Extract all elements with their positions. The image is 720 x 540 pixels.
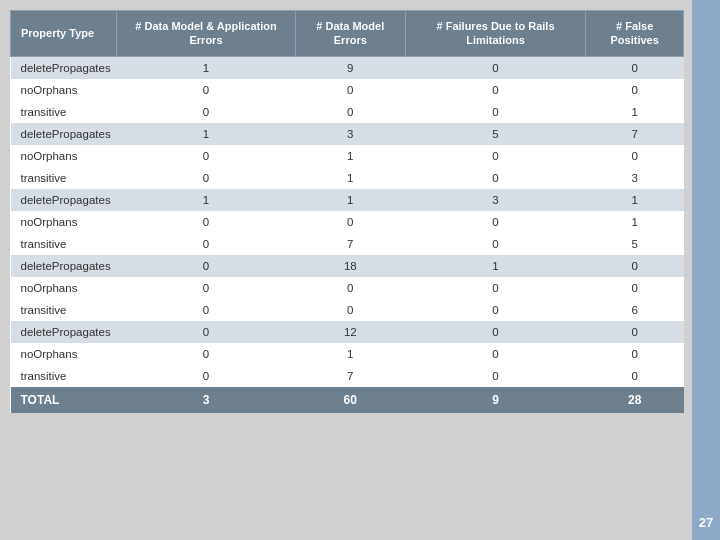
cell-row3-col3: 5 — [405, 123, 586, 145]
cell-row3-col2: 3 — [295, 123, 405, 145]
cell-row5-col1: 0 — [117, 167, 296, 189]
cell-row10-col0: noOrphans — [11, 277, 117, 299]
cell-row9-col0: deletePropagates — [11, 255, 117, 277]
cell-row10-col1: 0 — [117, 277, 296, 299]
col-header-data-model-errors: # Data Model Errors — [295, 11, 405, 57]
cell-row9-col4: 0 — [586, 255, 684, 277]
cell-row8-col4: 5 — [586, 233, 684, 255]
cell-row5-col3: 0 — [405, 167, 586, 189]
sidebar-number: 27 — [699, 515, 713, 530]
table-row: transitive0103 — [11, 167, 684, 189]
cell-row7-col1: 0 — [117, 211, 296, 233]
cell-row4-col0: noOrphans — [11, 145, 117, 167]
cell-row11-col3: 0 — [405, 299, 586, 321]
cell-row1-col4: 0 — [586, 79, 684, 101]
cell-row0-col4: 0 — [586, 56, 684, 79]
cell-row10-col3: 0 — [405, 277, 586, 299]
table-row: deletePropagates01200 — [11, 321, 684, 343]
cell-row14-col0: transitive — [11, 365, 117, 387]
cell-row12-col0: deletePropagates — [11, 321, 117, 343]
table-row: noOrphans0000 — [11, 277, 684, 299]
table-row: deletePropagates1900 — [11, 56, 684, 79]
table-row: deletePropagates1131 — [11, 189, 684, 211]
cell-row2-col3: 0 — [405, 101, 586, 123]
cell-row13-col1: 0 — [117, 343, 296, 365]
cell-row2-col0: transitive — [11, 101, 117, 123]
cell-row10-col4: 0 — [586, 277, 684, 299]
col-header-property-type: Property Type — [11, 11, 117, 57]
col-header-false-positives: # False Positives — [586, 11, 684, 57]
cell-row14-col3: 0 — [405, 365, 586, 387]
cell-row8-col2: 7 — [295, 233, 405, 255]
cell-row0-col0: deletePropagates — [11, 56, 117, 79]
cell-row7-col4: 1 — [586, 211, 684, 233]
cell-row3-col0: deletePropagates — [11, 123, 117, 145]
table-row: transitive0001 — [11, 101, 684, 123]
cell-row6-col1: 1 — [117, 189, 296, 211]
cell-row2-col2: 0 — [295, 101, 405, 123]
cell-row4-col2: 1 — [295, 145, 405, 167]
page-wrapper: Property Type # Data Model & Application… — [0, 0, 720, 540]
cell-row3-col4: 7 — [586, 123, 684, 145]
cell-row6-col0: deletePropagates — [11, 189, 117, 211]
cell-row13-col3: 0 — [405, 343, 586, 365]
footer-label: TOTAL — [11, 387, 117, 413]
col-header-failures-due: # Failures Due to Rails Limitations — [405, 11, 586, 57]
cell-row8-col0: transitive — [11, 233, 117, 255]
cell-row6-col3: 3 — [405, 189, 586, 211]
table-row: noOrphans0100 — [11, 145, 684, 167]
cell-row13-col4: 0 — [586, 343, 684, 365]
cell-row9-col2: 18 — [295, 255, 405, 277]
cell-row9-col1: 0 — [117, 255, 296, 277]
footer-col4: 9 — [405, 387, 586, 413]
cell-row1-col2: 0 — [295, 79, 405, 101]
cell-row13-col2: 1 — [295, 343, 405, 365]
cell-row8-col3: 0 — [405, 233, 586, 255]
table-container: Property Type # Data Model & Application… — [0, 0, 692, 540]
table-row: noOrphans0000 — [11, 79, 684, 101]
cell-row1-col0: noOrphans — [11, 79, 117, 101]
cell-row1-col1: 0 — [117, 79, 296, 101]
table-row: deletePropagates1357 — [11, 123, 684, 145]
cell-row1-col3: 0 — [405, 79, 586, 101]
cell-row12-col3: 0 — [405, 321, 586, 343]
cell-row2-col4: 1 — [586, 101, 684, 123]
cell-row12-col2: 12 — [295, 321, 405, 343]
table-row: deletePropagates01810 — [11, 255, 684, 277]
col-header-data-model-app-errors: # Data Model & Application Errors — [117, 11, 296, 57]
cell-row0-col3: 0 — [405, 56, 586, 79]
table-footer-row: TOTAL 3 60 9 28 — [11, 387, 684, 413]
cell-row11-col1: 0 — [117, 299, 296, 321]
cell-row7-col3: 0 — [405, 211, 586, 233]
cell-row0-col2: 9 — [295, 56, 405, 79]
cell-row4-col4: 0 — [586, 145, 684, 167]
table-row: transitive0705 — [11, 233, 684, 255]
table-row: transitive0700 — [11, 365, 684, 387]
cell-row9-col3: 1 — [405, 255, 586, 277]
footer-col2: 3 — [117, 387, 296, 413]
cell-row13-col0: noOrphans — [11, 343, 117, 365]
cell-row5-col2: 1 — [295, 167, 405, 189]
cell-row10-col2: 0 — [295, 277, 405, 299]
cell-row6-col4: 1 — [586, 189, 684, 211]
cell-row5-col0: transitive — [11, 167, 117, 189]
cell-row0-col1: 1 — [117, 56, 296, 79]
table-row: transitive0006 — [11, 299, 684, 321]
footer-col3: 60 — [295, 387, 405, 413]
data-table: Property Type # Data Model & Application… — [10, 10, 684, 413]
sidebar: 27 — [692, 0, 720, 540]
cell-row4-col1: 0 — [117, 145, 296, 167]
cell-row11-col0: transitive — [11, 299, 117, 321]
cell-row14-col4: 0 — [586, 365, 684, 387]
cell-row4-col3: 0 — [405, 145, 586, 167]
cell-row14-col2: 7 — [295, 365, 405, 387]
cell-row14-col1: 0 — [117, 365, 296, 387]
cell-row12-col1: 0 — [117, 321, 296, 343]
cell-row6-col2: 1 — [295, 189, 405, 211]
cell-row11-col4: 6 — [586, 299, 684, 321]
cell-row8-col1: 0 — [117, 233, 296, 255]
cell-row7-col2: 0 — [295, 211, 405, 233]
table-row: noOrphans0001 — [11, 211, 684, 233]
cell-row7-col0: noOrphans — [11, 211, 117, 233]
cell-row11-col2: 0 — [295, 299, 405, 321]
